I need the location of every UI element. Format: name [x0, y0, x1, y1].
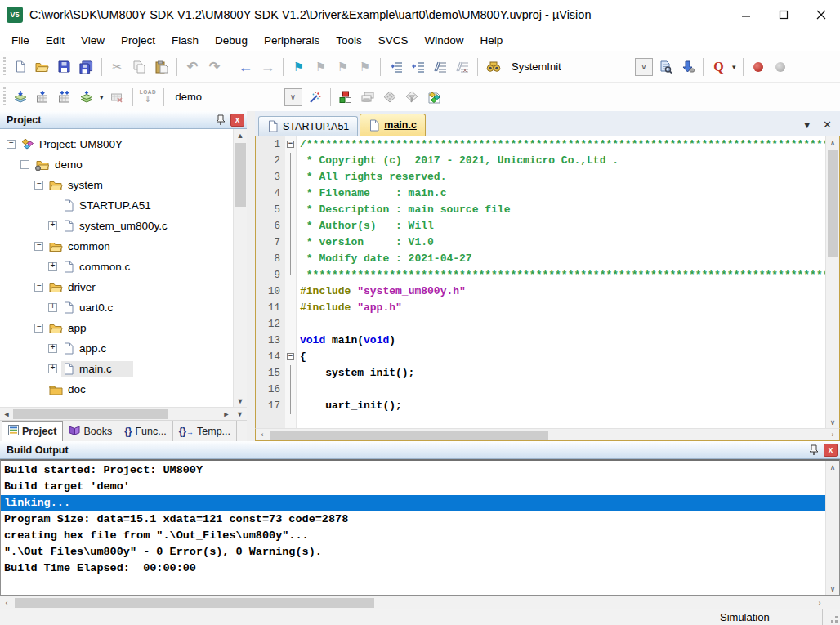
tree-item-app-c[interactable]: +app.c [0, 338, 233, 359]
tree-item-driver[interactable]: −driver [0, 277, 233, 297]
tree-item-app[interactable]: −app [0, 318, 233, 338]
scroll-thumb[interactable] [235, 143, 246, 207]
tree-item-main-c[interactable]: +main.c [0, 359, 233, 379]
scroll-left-icon[interactable]: ◄ [0, 410, 13, 418]
browse-icon[interactable] [483, 56, 503, 78]
clear-bookmarks-icon[interactable]: ⚑ [355, 56, 375, 78]
build-output-line[interactable]: Build started: Project: UM800Y [1, 462, 825, 479]
save-icon[interactable] [54, 56, 74, 78]
scroll-thumb[interactable] [270, 431, 548, 440]
scroll-down-icon[interactable]: ∨ [826, 583, 839, 595]
scroll-up-icon[interactable]: ∧ [826, 136, 839, 149]
toolbar-grip[interactable] [3, 57, 6, 77]
menu-item-tools[interactable]: Tools [328, 32, 370, 49]
collapse-minus-icon[interactable]: − [34, 283, 43, 292]
project-tree-horizontal-scrollbar[interactable]: ◄ ► ▼ [0, 407, 247, 420]
new-file-icon[interactable] [10, 56, 30, 78]
fold-collapse-icon[interactable]: − [287, 141, 294, 148]
collapse-minus-icon[interactable]: − [34, 324, 43, 333]
redo-icon[interactable]: ↷ [204, 56, 225, 78]
translate-icon[interactable] [10, 87, 30, 108]
target-combo-dropdown[interactable]: ∨ [284, 88, 302, 106]
breakpoint-disabled-icon[interactable] [771, 56, 791, 78]
paste-icon[interactable] [151, 56, 172, 78]
collapse-minus-icon[interactable]: − [34, 242, 43, 251]
previous-bookmark-icon[interactable]: ⚑ [311, 56, 331, 78]
menu-item-help[interactable]: Help [472, 32, 512, 49]
open-project-icon[interactable] [32, 56, 52, 78]
menu-item-project[interactable]: Project [113, 32, 163, 49]
tree-item-doc[interactable]: doc [0, 379, 233, 400]
scroll-down-icon[interactable]: ▼ [233, 410, 247, 418]
current-function-combo[interactable]: SystemInit [504, 57, 633, 77]
menu-item-svcs[interactable]: SVCS [370, 32, 417, 49]
pin-icon[interactable] [213, 113, 228, 127]
scroll-left-icon[interactable]: ‹ [0, 599, 13, 607]
search-dropdown[interactable]: ▾ [732, 63, 736, 71]
fold-margin[interactable]: − [285, 136, 297, 153]
build-output-line[interactable]: ".\Out_Files\um800y" - 0 Error(s), 0 War… [1, 544, 825, 560]
next-bookmark-icon[interactable]: ⚑ [333, 56, 353, 78]
scroll-right-icon[interactable]: › [826, 431, 839, 439]
project-tree-vertical-scrollbar[interactable]: ▲ ▼ [233, 129, 247, 407]
build-output-line[interactable]: Build Time Elapsed: 00:00:00 [1, 560, 825, 577]
close-button[interactable] [802, 2, 840, 27]
indent-icon[interactable] [386, 56, 406, 78]
scroll-thumb[interactable] [15, 598, 374, 608]
expand-plus-icon[interactable]: + [48, 221, 57, 230]
navigate-forward-icon[interactable]: → [257, 56, 278, 78]
close-document-icon[interactable]: ✕ [823, 118, 832, 131]
maximize-button[interactable] [765, 2, 802, 27]
project-panel-close-icon[interactable]: x [230, 114, 244, 127]
collapse-minus-icon[interactable]: − [34, 181, 43, 190]
pack-installer-icon[interactable] [424, 87, 445, 108]
comment-icon[interactable] [430, 56, 450, 78]
tree-item-common[interactable]: −common [0, 236, 233, 257]
expand-plus-icon[interactable]: + [48, 262, 57, 271]
panel-tab-func[interactable]: {}Func... [118, 421, 173, 441]
scroll-thumb[interactable] [13, 409, 168, 419]
expand-plus-icon[interactable]: + [48, 344, 57, 353]
find-in-files-icon[interactable] [655, 56, 676, 78]
menu-item-debug[interactable]: Debug [207, 32, 256, 49]
manage-rte-icon[interactable] [336, 87, 356, 108]
toolbar-grip[interactable] [3, 87, 6, 107]
menu-item-flash[interactable]: Flash [163, 32, 207, 49]
stop-build-icon[interactable] [107, 87, 127, 108]
panel-tab-project[interactable]: Project [2, 421, 63, 441]
expand-plus-icon[interactable]: + [48, 364, 57, 373]
copy-icon[interactable] [129, 56, 150, 78]
pin-icon[interactable] [806, 443, 821, 458]
menu-item-window[interactable]: Window [416, 32, 471, 49]
insert-bookmark-icon[interactable]: ⚑ [288, 56, 309, 78]
tree-item-project-um800y[interactable]: −Project: UM800Y [0, 134, 233, 154]
window-layout-icon[interactable] [358, 87, 378, 108]
editor-horizontal-scrollbar[interactable]: ‹ › [255, 428, 840, 441]
save-all-icon[interactable] [76, 56, 96, 78]
build-output-line[interactable]: Program Size: data=15.1 xdata=121 const=… [1, 511, 825, 528]
build-output-line[interactable]: linking... [1, 495, 825, 511]
target-combo[interactable]: demo [168, 87, 283, 107]
collapse-minus-icon[interactable]: − [20, 160, 29, 169]
build-output-horizontal-scrollbar[interactable]: ‹ › [0, 596, 840, 609]
scroll-up-icon[interactable]: ∧ [826, 461, 839, 473]
scroll-up-icon[interactable]: ▲ [234, 129, 247, 141]
menu-item-edit[interactable]: Edit [38, 32, 73, 49]
code-editor[interactable]: 1−/*************************************… [256, 136, 825, 428]
batch-build-dropdown[interactable]: ▾ [100, 93, 104, 101]
collapse-minus-icon[interactable]: − [7, 140, 16, 149]
build-output-line[interactable]: creating hex file from ".\Out_Files\um80… [1, 528, 825, 544]
function-combo-dropdown[interactable]: ∨ [635, 58, 653, 76]
build-icon[interactable] [32, 87, 52, 108]
minimize-button[interactable] [727, 2, 765, 27]
scroll-right-icon[interactable]: ► [220, 410, 233, 418]
document-tab-main-c[interactable]: main.c [360, 114, 426, 136]
breakpoint-icon[interactable] [748, 56, 769, 78]
scroll-left-icon[interactable]: ‹ [256, 431, 269, 439]
panel-tab-books[interactable]: Books [63, 421, 118, 441]
cut-icon[interactable]: ✂ [107, 56, 127, 78]
target-options-icon[interactable] [305, 87, 325, 108]
navigate-back-icon[interactable]: ← [235, 56, 256, 78]
fold-margin[interactable]: − [285, 349, 297, 365]
fold-collapse-icon[interactable]: − [287, 353, 294, 360]
